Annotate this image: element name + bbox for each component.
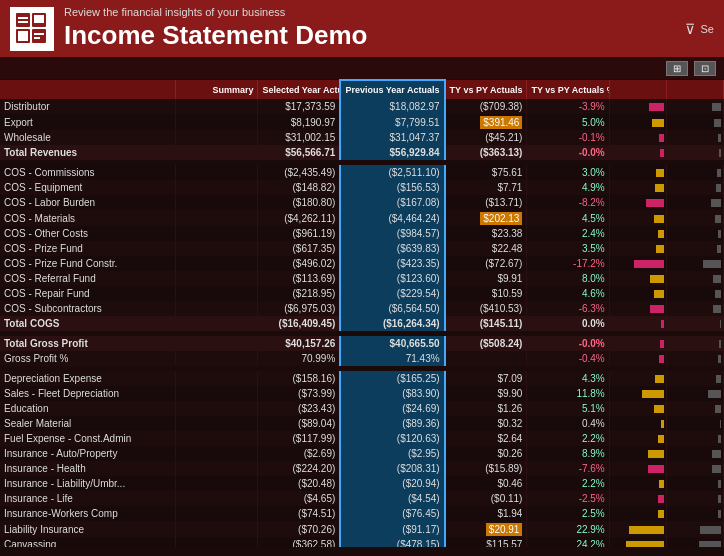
cell-bar1 <box>609 180 666 195</box>
cell-bar2 <box>666 537 723 547</box>
cell-name: COS - Subcontractors <box>0 301 176 316</box>
cell-bar2 <box>666 114 723 130</box>
cell-summary <box>176 446 258 461</box>
cell-selected: ($218.95) <box>258 286 340 301</box>
cell-tyvspy: ($13.71) <box>445 195 527 210</box>
cell-prev: $31,047.37 <box>340 130 444 145</box>
cell-prev: ($229.54) <box>340 286 444 301</box>
cell-bar1 <box>609 99 666 114</box>
cell-tyvspy: $7.09 <box>445 371 527 386</box>
cell-prev: ($2.95) <box>340 446 444 461</box>
cell-selected: ($2.69) <box>258 446 340 461</box>
cell-tyvspy: $115.57 <box>445 537 527 547</box>
header-subtitle: Review the financial insights of your bu… <box>64 6 367 18</box>
cell-selected: ($73.99) <box>258 386 340 401</box>
cell-selected: ($6,975.03) <box>258 301 340 316</box>
cell-bar1 <box>609 165 666 180</box>
col-header-chart2 <box>666 80 723 99</box>
cell-summary <box>176 241 258 256</box>
cell-prev: ($478.15) <box>340 537 444 547</box>
cell-tyvspy-pct: 0.0% <box>527 316 609 331</box>
cell-tyvspy: $1.94 <box>445 506 527 521</box>
cell-selected: ($23.43) <box>258 401 340 416</box>
cell-name: Canvassing <box>0 537 176 547</box>
cell-tyvspy-pct: -0.1% <box>527 130 609 145</box>
table-row: COS - Equipment($148.82)($156.53)$7.714.… <box>0 180 724 195</box>
cell-bar1 <box>609 114 666 130</box>
svg-rect-5 <box>18 21 28 23</box>
cell-bar2 <box>666 210 723 226</box>
table-row: Depreciation Expense($158.16)($165.25)$7… <box>0 371 724 386</box>
cell-selected: ($117.99) <box>258 431 340 446</box>
table-row: Sales - Fleet Depreciation($73.99)($83.9… <box>0 386 724 401</box>
svg-rect-7 <box>18 31 28 41</box>
toolbar: ⊞ ⊡ <box>0 57 724 79</box>
col-header-summary[interactable]: Summary <box>176 80 258 99</box>
cell-name: COS - Prize Fund Constr. <box>0 256 176 271</box>
cell-selected: ($4.65) <box>258 491 340 506</box>
cell-tyvspy: ($709.38) <box>445 99 527 114</box>
cell-summary <box>176 256 258 271</box>
cell-prev: ($4.54) <box>340 491 444 506</box>
cell-bar2 <box>666 491 723 506</box>
cell-summary <box>176 336 258 351</box>
cell-prev: ($156.53) <box>340 180 444 195</box>
cell-bar2 <box>666 371 723 386</box>
table-row: Insurance - Life($4.65)($4.54)($0.11)-2.… <box>0 491 724 506</box>
cell-bar1 <box>609 491 666 506</box>
cell-bar1 <box>609 371 666 386</box>
cell-bar2 <box>666 271 723 286</box>
cell-tyvspy-pct: -0.0% <box>527 336 609 351</box>
cell-bar2 <box>666 226 723 241</box>
cell-bar2 <box>666 241 723 256</box>
col-header-tyvspy-pct[interactable]: TY vs PY Actuals % <box>527 80 609 99</box>
cell-tyvspy-pct: 3.5% <box>527 241 609 256</box>
cell-bar1 <box>609 130 666 145</box>
cell-summary <box>176 401 258 416</box>
cell-summary <box>176 491 258 506</box>
cell-name: Total COGS <box>0 316 176 331</box>
cell-tyvspy: $391.46 <box>445 114 527 130</box>
cell-bar1 <box>609 256 666 271</box>
filter-icon[interactable]: ⊽ <box>685 21 695 37</box>
cell-tyvspy-pct: 5.1% <box>527 401 609 416</box>
cell-summary <box>176 431 258 446</box>
cell-bar1 <box>609 386 666 401</box>
svg-rect-0 <box>16 13 30 27</box>
cell-name: Insurance - Auto/Property <box>0 446 176 461</box>
cell-bar1 <box>609 195 666 210</box>
svg-rect-4 <box>18 17 28 19</box>
cell-tyvspy: $9.91 <box>445 271 527 286</box>
cell-tyvspy-pct: 5.0% <box>527 114 609 130</box>
cell-selected: ($617.35) <box>258 241 340 256</box>
toolbar-btn-2[interactable]: ⊡ <box>694 61 716 76</box>
cell-bar1 <box>609 210 666 226</box>
cell-summary <box>176 476 258 491</box>
table-row: Export$8,190.97$7,799.51$391.465.0% <box>0 114 724 130</box>
cell-bar2 <box>666 476 723 491</box>
cell-selected: $56,566.71 <box>258 145 340 160</box>
col-header-selected[interactable]: Selected Year Actu... <box>258 80 340 99</box>
cell-selected: ($961.19) <box>258 226 340 241</box>
cell-bar1 <box>609 401 666 416</box>
table-header-row: Summary Selected Year Actu... Previous Y… <box>0 80 724 99</box>
cell-tyvspy-pct: -7.6% <box>527 461 609 476</box>
cell-bar1 <box>609 446 666 461</box>
toolbar-btn-1[interactable]: ⊞ <box>666 61 688 76</box>
cell-tyvspy-pct: -3.9% <box>527 99 609 114</box>
cell-tyvspy-pct: -0.4% <box>527 351 609 366</box>
cell-tyvspy-pct: 2.5% <box>527 506 609 521</box>
cell-name: Sales - Fleet Depreciation <box>0 386 176 401</box>
cell-name: Liability Insurance <box>0 521 176 537</box>
cell-name: Wholesale <box>0 130 176 145</box>
svg-rect-6 <box>34 15 44 23</box>
col-header-prev[interactable]: Previous Year Actuals <box>340 80 444 99</box>
cell-summary <box>176 114 258 130</box>
cell-summary <box>176 461 258 476</box>
cell-name: Insurance - Life <box>0 491 176 506</box>
cell-summary <box>176 286 258 301</box>
cell-tyvspy-pct: 4.9% <box>527 180 609 195</box>
table-row: COS - Referral Fund($113.69)($123.60)$9.… <box>0 271 724 286</box>
col-header-tyvspy[interactable]: TY vs PY Actuals <box>445 80 527 99</box>
cell-tyvspy-pct: 2.2% <box>527 476 609 491</box>
